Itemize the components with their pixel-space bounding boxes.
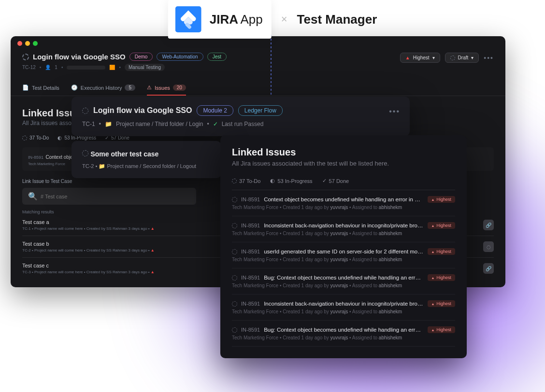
issue-id: IN-8591 — [241, 249, 260, 254]
result-meta: TC-2 • Project name will come here • Cre… — [22, 248, 155, 252]
test-manager-label: Test Manager — [297, 12, 377, 27]
issues-list: IN-8591 Context object becomes undefined… — [232, 190, 455, 347]
stat-todo[interactable]: 37 To-Do — [232, 178, 260, 184]
folder-icon: 📁 — [105, 121, 112, 127]
issue-meta: Tech Marketing Force • Created 1 day ago… — [232, 257, 455, 262]
issue-meta: Tech Marketing Force • Created 1 day ago… — [232, 309, 455, 314]
jira-pill: JIRA App — [168, 0, 272, 39]
separator: • — [40, 65, 42, 70]
result-action-button[interactable]: ◌ — [483, 241, 494, 252]
issue-row[interactable]: IN-8591 userId generated the same ID on … — [232, 242, 455, 268]
issue-id: IN-8591 — [28, 155, 43, 160]
status-circle-icon — [232, 275, 237, 280]
issue-row[interactable]: IN-8591 Bug: Context object becomes unde… — [232, 268, 455, 294]
tag-web-automation[interactable]: Web-Automation — [157, 53, 203, 61]
search-box[interactable]: 🔍 — [22, 188, 196, 205]
result-meta: TC-1 • Project name will come here • Cre… — [22, 226, 155, 231]
status-circle-icon — [232, 327, 237, 333]
result-title: Test case b — [22, 241, 155, 247]
half-circle-icon: ◐ — [270, 178, 275, 184]
priority-badge: Highest — [428, 326, 455, 333]
issue-title: Bug: Context object becomes undefined wh… — [264, 275, 423, 280]
status-dropdown[interactable]: Draft ▾ — [445, 53, 479, 63]
issue-id: IN-8591 — [241, 223, 260, 228]
issue-title: Context object becomes undefined while h… — [264, 196, 423, 202]
tab-label: Test Details — [32, 85, 59, 91]
folder-icon: 📁 — [99, 163, 105, 169]
breadcrumb-path: Project name / Third folder / Login — [116, 121, 203, 127]
history-count: 5 — [125, 84, 135, 91]
issue-title: Bug: Context object becomes undefined wh… — [264, 327, 423, 333]
test-card-2[interactable]: Some other test case TC-2 • 📁 Project na… — [72, 141, 221, 178]
circle-icon — [22, 136, 27, 140]
priority-highest-icon: ▲ — [405, 55, 410, 60]
priority-dropdown[interactable]: ▲ Highest ▾ — [400, 53, 440, 63]
tab-label: Issues — [155, 85, 170, 91]
draft-circle-icon — [450, 56, 455, 60]
tab-issues[interactable]: ⚠ Issues 20 — [147, 81, 186, 96]
separator: • — [207, 121, 209, 127]
panel-stats: 37 To-Do ◐53 In-Progress ✓57 Done — [232, 178, 455, 190]
card-title: Some other test case — [90, 150, 158, 158]
tag-ledger[interactable]: Ledger Flow — [238, 105, 283, 116]
tag-jest[interactable]: Jest — [207, 53, 227, 61]
result-action-button[interactable]: 🔗 — [483, 263, 494, 274]
panel-subtitle: All Jira issues associated with the test… — [232, 160, 455, 167]
breadcrumb-path: Project name / Second folder / Logout — [107, 163, 197, 169]
minimize-icon[interactable] — [25, 41, 30, 46]
priority-badge: Highest — [428, 248, 455, 255]
stat-todo[interactable]: 37 To-Do — [22, 135, 49, 140]
tab-label: Execution History — [81, 85, 122, 91]
search-input[interactable] — [41, 194, 190, 199]
tc-id: TC-12 — [22, 65, 36, 70]
status-circle-icon — [22, 54, 29, 60]
check-icon: ✓ — [322, 178, 327, 184]
issue-meta: Tech Marketing Force • Created 1 day ago… — [232, 231, 455, 236]
panel-title: Linked Issues — [232, 147, 455, 158]
circle-icon: ◐ — [57, 135, 62, 140]
times-icon: × — [281, 13, 287, 26]
header-actions: ▲ Highest ▾ Draft ▾ ••• — [400, 53, 494, 63]
test-card-1[interactable]: Login flow via Google SSO Module 2 Ledge… — [72, 97, 410, 136]
issue-meta: Tech Marketing Force • Created 1 day ago… — [232, 335, 455, 340]
issue-row[interactable]: IN-8591 Bug: Context object becomes unde… — [232, 321, 455, 347]
tab-test-details[interactable]: 📄 Test Details — [22, 81, 59, 96]
status-circle-icon — [82, 150, 88, 156]
traffic-lights — [17, 41, 38, 46]
priority-badge: Highest — [428, 196, 455, 203]
issue-row[interactable]: IN-8591 Inconsistent back-navigation beh… — [232, 294, 455, 321]
issue-meta: Tech Marketing Force • Created 1 day ago… — [232, 283, 455, 288]
close-icon[interactable] — [17, 41, 22, 46]
chevron-down-icon: ▾ — [432, 55, 435, 60]
people-count: 1 — [55, 65, 57, 70]
check-icon: ✓ — [213, 121, 218, 127]
status-circle-icon — [232, 249, 237, 254]
search-icon: 🔍 — [28, 192, 38, 201]
tab-execution-history[interactable]: 🕘 Execution History 5 — [71, 81, 135, 96]
tag-demo[interactable]: Demo — [129, 53, 153, 61]
stat-progress[interactable]: ◐53 In-Progress — [270, 178, 312, 184]
more-options-button[interactable]: ••• — [389, 107, 400, 116]
status-circle-icon — [82, 108, 88, 114]
more-options-button[interactable]: ••• — [484, 54, 494, 62]
priority-label: Highest — [413, 55, 430, 60]
status-circle-icon — [232, 301, 237, 307]
history-icon: 🕘 — [71, 84, 78, 91]
maximize-icon[interactable] — [33, 41, 38, 46]
stat-done[interactable]: ✓57 Done — [322, 178, 349, 184]
issue-id: IN-8591 — [241, 327, 260, 333]
status-label: Draft — [458, 55, 469, 60]
issue-title: Inconsistent back-navigation behaviour i… — [264, 301, 423, 307]
result-action-button[interactable]: 🔗 — [483, 220, 494, 230]
jira-logo-icon — [173, 4, 204, 35]
tag-module[interactable]: Module 2 — [197, 105, 233, 116]
issue-row[interactable]: IN-8591 Inconsistent back-navigation beh… — [232, 216, 455, 242]
result-meta: TC-3 • Project name will come here • Cre… — [22, 270, 155, 274]
circle-icon — [232, 179, 237, 183]
topbar: JIRA App × Test Manager — [168, 0, 377, 39]
details-icon: 📄 — [22, 84, 29, 91]
issue-id: IN-8591 — [241, 301, 260, 307]
issue-row[interactable]: IN-8591 Context object becomes undefined… — [232, 190, 455, 216]
issue-id: IN-8591 — [241, 196, 260, 202]
issue-id: IN-8591 — [241, 275, 260, 280]
